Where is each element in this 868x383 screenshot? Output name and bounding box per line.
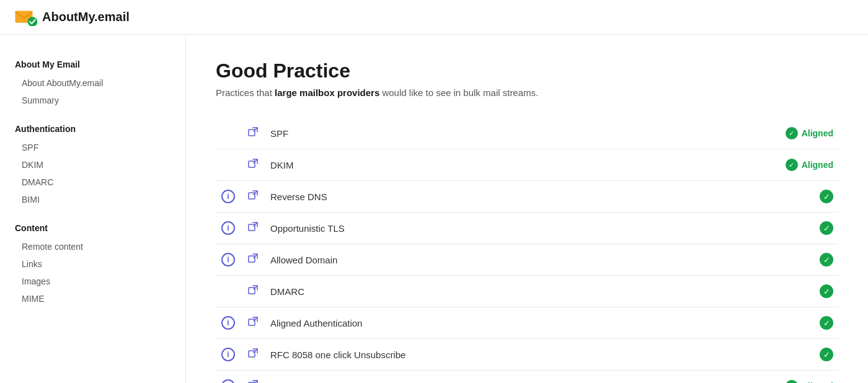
aligned-label: Aligned xyxy=(802,160,833,170)
table-row: i Reverse DNS✓ xyxy=(216,181,838,213)
logo-text: AboutMy.email xyxy=(42,10,130,24)
external-link-icon[interactable] xyxy=(247,126,259,138)
status-cell: ✓Aligned xyxy=(675,371,838,384)
subtitle-plain: Practices that xyxy=(216,87,275,98)
external-link-icon[interactable] xyxy=(247,221,259,232)
external-link-cell xyxy=(241,339,265,371)
check-icon: ✓ xyxy=(820,284,833,298)
check-icon: ✓ xyxy=(786,127,798,139)
main-content: Good Practice Practices that large mailb… xyxy=(186,35,868,383)
sidebar-item-remote-content[interactable]: Remote content xyxy=(0,238,185,255)
table-row: i Aligned Authentication✓ xyxy=(216,307,838,339)
external-link-icon[interactable] xyxy=(247,158,259,169)
status-cell: ✓ xyxy=(675,244,838,276)
external-link-icon[interactable] xyxy=(247,348,259,359)
external-link-cell xyxy=(241,118,265,149)
status-cell: ✓ xyxy=(675,339,838,371)
sidebar-item-bimi[interactable]: BIMI xyxy=(0,191,185,208)
table-row: i In-body unsubscribe✓Aligned xyxy=(216,371,838,384)
sidebar-item-about-aboutmyemail[interactable]: About AboutMy.email xyxy=(0,74,185,92)
external-link-cell xyxy=(241,244,265,276)
external-link-icon[interactable] xyxy=(247,316,259,327)
info-cell: i xyxy=(216,339,241,371)
layout: About My Email About AboutMy.email Summa… xyxy=(0,35,868,383)
external-link-cell xyxy=(241,307,265,339)
page-subtitle: Practices that large mailbox providers w… xyxy=(216,87,838,98)
external-link-icon[interactable] xyxy=(247,379,259,383)
sidebar-section-about: About My Email xyxy=(0,55,185,74)
row-label: RFC 8058 one click Unsubscribe xyxy=(265,339,675,371)
check-icon: ✓ xyxy=(820,253,833,266)
row-label: DKIM xyxy=(265,149,675,181)
status-badge: ✓Aligned xyxy=(786,380,833,383)
status-cell: ✓ xyxy=(675,181,838,213)
logo-icon xyxy=(15,9,37,26)
subtitle-bold: large mailbox providers xyxy=(275,87,379,98)
check-icon: ✓ xyxy=(820,316,833,330)
external-link-cell xyxy=(241,213,265,244)
check-icon: ✓ xyxy=(820,221,833,235)
sidebar-item-dkim[interactable]: DKIM xyxy=(0,156,185,174)
external-link-icon[interactable] xyxy=(247,284,259,296)
sidebar-item-mime[interactable]: MIME xyxy=(0,290,185,307)
header: AboutMy.email xyxy=(0,0,868,35)
check-icon: ✓ xyxy=(786,380,798,383)
table-row: SPF✓Aligned xyxy=(216,118,838,149)
info-icon[interactable]: i xyxy=(221,379,235,383)
sidebar-item-spf[interactable]: SPF xyxy=(0,139,185,156)
info-cell xyxy=(216,276,241,307)
row-label: SPF xyxy=(265,118,675,149)
external-link-cell xyxy=(241,371,265,384)
status-cell: ✓Aligned xyxy=(675,149,838,181)
page-title: Good Practice xyxy=(216,59,838,82)
info-icon[interactable]: i xyxy=(221,316,235,330)
info-cell: i xyxy=(216,307,241,339)
status-cell: ✓ xyxy=(675,307,838,339)
table-row: i Opportunistic TLS✓ xyxy=(216,213,838,244)
sidebar-section-content: Content xyxy=(0,218,185,238)
info-cell: i xyxy=(216,244,241,276)
status-cell: ✓ xyxy=(675,213,838,244)
logo[interactable]: AboutMy.email xyxy=(15,9,130,26)
info-icon[interactable]: i xyxy=(221,348,235,361)
info-cell: i xyxy=(216,181,241,213)
info-cell xyxy=(216,149,241,181)
external-link-cell xyxy=(241,276,265,307)
table-row: i Allowed Domain✓ xyxy=(216,244,838,276)
info-cell: i xyxy=(216,213,241,244)
sidebar-section-auth: Authentication xyxy=(0,119,185,139)
table-row: DMARC✓ xyxy=(216,276,838,307)
row-label: Allowed Domain xyxy=(265,244,675,276)
external-link-cell xyxy=(241,149,265,181)
info-icon[interactable]: i xyxy=(221,221,235,235)
info-icon[interactable]: i xyxy=(221,253,235,266)
sidebar-item-links[interactable]: Links xyxy=(0,255,185,273)
row-label: DMARC xyxy=(265,276,675,307)
info-icon[interactable]: i xyxy=(221,190,235,203)
sidebar-item-images[interactable]: Images xyxy=(0,273,185,290)
row-label: Aligned Authentication xyxy=(265,307,675,339)
subtitle-end: would like to see in bulk mail streams. xyxy=(379,87,538,98)
row-label: Reverse DNS xyxy=(265,181,675,213)
info-cell xyxy=(216,118,241,149)
sidebar: About My Email About AboutMy.email Summa… xyxy=(0,35,186,383)
practice-table: SPF✓Aligned DKIM✓Alignedi Reverse DNS✓i … xyxy=(216,118,838,383)
external-link-icon[interactable] xyxy=(247,190,259,201)
status-cell: ✓Aligned xyxy=(675,118,838,149)
check-icon: ✓ xyxy=(820,190,833,203)
check-icon: ✓ xyxy=(786,159,798,171)
info-cell: i xyxy=(216,371,241,384)
external-link-cell xyxy=(241,181,265,213)
sidebar-item-dmarc[interactable]: DMARC xyxy=(0,174,185,191)
external-link-icon[interactable] xyxy=(247,253,259,264)
row-label: Opportunistic TLS xyxy=(265,213,675,244)
aligned-label: Aligned xyxy=(802,128,833,138)
row-label: In-body unsubscribe xyxy=(265,371,675,384)
sidebar-item-summary[interactable]: Summary xyxy=(0,92,185,109)
table-row: DKIM✓Aligned xyxy=(216,149,838,181)
table-row: i RFC 8058 one click Unsubscribe✓ xyxy=(216,339,838,371)
check-icon: ✓ xyxy=(820,348,833,361)
status-cell: ✓ xyxy=(675,276,838,307)
status-badge: ✓Aligned xyxy=(786,127,833,139)
status-badge: ✓Aligned xyxy=(786,159,833,171)
